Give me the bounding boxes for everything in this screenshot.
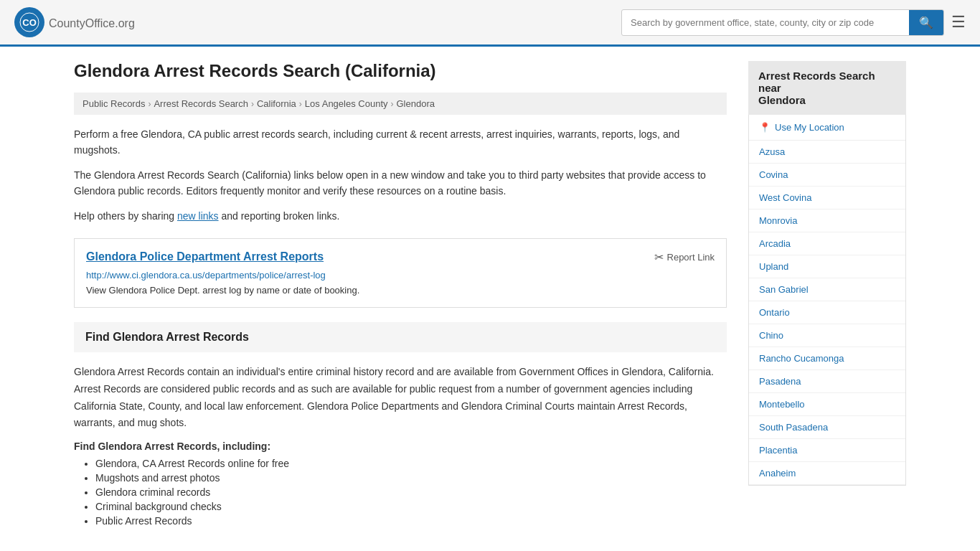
list-item: Mugshots and arrest photos [95,472,727,484]
sidebar-title: Arrest Records Search near Glendora [748,61,906,115]
sidebar-link-arcadia[interactable]: Arcadia [749,232,905,255]
new-links-link[interactable]: new links [177,210,219,222]
search-icon: 🔍 [919,17,933,29]
svg-text:CO: CO [22,17,37,28]
report-icon: ✂ [654,250,664,264]
list-item: Glendora criminal records [95,486,727,498]
breadcrumb-item-california[interactable]: California [257,98,296,109]
content-area: Glendora Arrest Records Search (Californ… [74,61,727,529]
sidebar-link-placentia[interactable]: Placentia [749,439,905,462]
breadcrumb: Public Records › Arrest Records Search ›… [74,93,727,115]
sidebar-link-south-pasadena[interactable]: South Pasadena [749,416,905,439]
sidebar-link-san-gabriel[interactable]: San Gabriel [749,278,905,301]
breadcrumb-sep-3: › [299,99,302,109]
breadcrumb-sep-4: › [391,99,394,109]
site-header: CO CountyOffice.org 🔍 ☰ [0,0,980,47]
find-section: Find Glendora Arrest Records [74,322,727,352]
main-container: Glendora Arrest Records Search (Californ… [60,47,920,544]
breadcrumb-item-glendora: Glendora [397,98,435,109]
page-title: Glendora Arrest Records Search (Californ… [74,61,727,81]
sidebar-link-anaheim[interactable]: Anaheim [749,462,905,485]
sidebar-link-covina[interactable]: Covina [749,164,905,187]
sidebar-link-montebello[interactable]: Montebello [749,393,905,416]
menu-icon[interactable]: ☰ [951,13,966,32]
sidebar-link-rancho-cucamonga[interactable]: Rancho Cucamonga [749,347,905,370]
list-item: Public Arrest Records [95,515,727,527]
breadcrumb-sep-1: › [148,99,151,109]
logo-text: CountyOffice.org [49,14,135,31]
description-line1: Perform a free Glendora, CA public arres… [74,126,727,159]
use-my-location-label: Use My Location [775,122,844,133]
link-description: View Glendora Police Dept. arrest log by… [86,285,715,296]
report-label: Report Link [667,252,715,263]
report-link[interactable]: ✂ Report Link [654,250,715,264]
sidebar-link-upland[interactable]: Upland [749,255,905,278]
search-bar: 🔍 [621,9,944,36]
link-url[interactable]: http://www.ci.glendora.ca.us/departments… [86,270,715,281]
sidebar-link-azusa[interactable]: Azusa [749,141,905,164]
find-section-body: Glendora Arrest Records contain an indiv… [74,364,727,432]
description-line3: Help others by sharing new links and rep… [74,208,727,224]
header-controls: 🔍 ☰ [621,9,966,36]
find-list: Glendora, CA Arrest Records online for f… [74,458,727,527]
breadcrumb-item-la-county[interactable]: Los Angeles County [305,98,388,109]
sidebar-link-west-covina[interactable]: West Covina [749,187,905,209]
breadcrumb-item-arrest-records[interactable]: Arrest Records Search [154,98,248,109]
desc-suffix: and reporting broken links. [219,210,340,222]
list-item: Glendora, CA Arrest Records online for f… [95,458,727,469]
use-my-location-btn[interactable]: 📍 Use My Location [749,115,905,141]
find-section-subtitle: Find Glendora Arrest Records, including: [74,441,727,452]
link-block-title[interactable]: Glendora Police Department Arrest Report… [86,250,324,263]
find-section-title: Find Glendora Arrest Records [85,331,715,344]
sidebar-link-chino[interactable]: Chino [749,324,905,347]
link-block: Glendora Police Department Arrest Report… [74,238,727,308]
logo-icon: CO [14,7,44,37]
location-pin-icon: 📍 [759,122,771,133]
sidebar-content: 📍 Use My Location Azusa Covina West Covi… [748,115,906,486]
link-block-header: Glendora Police Department Arrest Report… [86,250,715,264]
search-input[interactable] [622,11,909,34]
sidebar-link-monrovia[interactable]: Monrovia [749,209,905,232]
breadcrumb-sep-2: › [251,99,254,109]
sidebar: Arrest Records Search near Glendora 📍 Us… [748,61,906,529]
list-item: Criminal background checks [95,501,727,512]
desc-prefix: Help others by sharing [74,210,177,222]
sidebar-link-pasadena[interactable]: Pasadena [749,370,905,393]
breadcrumb-item-public-records[interactable]: Public Records [83,98,145,109]
sidebar-link-ontario[interactable]: Ontario [749,301,905,324]
logo[interactable]: CO CountyOffice.org [14,7,135,37]
search-button[interactable]: 🔍 [909,10,943,35]
description-line2: The Glendora Arrest Records Search (Cali… [74,167,727,199]
